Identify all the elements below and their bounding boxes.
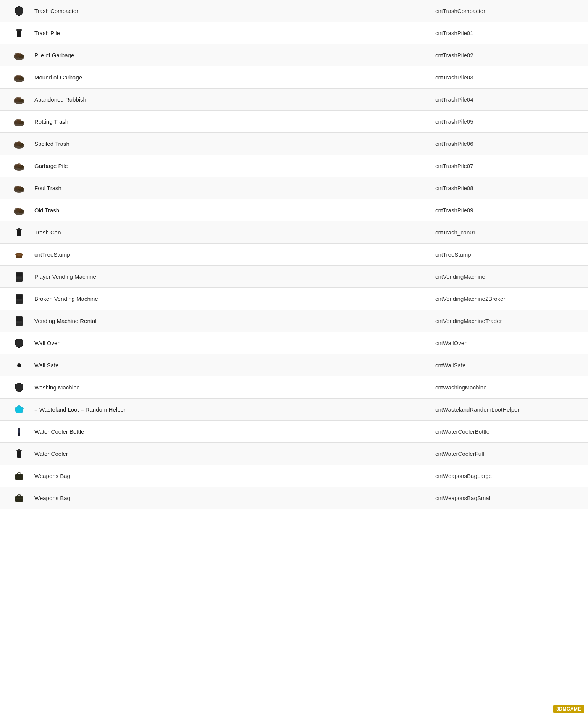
item-icon: [8, 71, 31, 84]
table-row[interactable]: Washing Machine cntWashingMachine: [0, 376, 588, 399]
item-icon: [8, 491, 31, 505]
svg-point-40: [17, 254, 21, 256]
item-icon-img: [12, 137, 26, 151]
item-icon-img: [12, 26, 26, 40]
table-row[interactable]: Trash Pile cntTrashPile01: [0, 22, 588, 44]
svg-rect-50: [16, 317, 22, 321]
item-icon-img: [12, 403, 26, 417]
svg-rect-64: [15, 496, 23, 502]
item-code: cntWallSafe: [435, 362, 580, 368]
item-icon-img: [12, 314, 26, 328]
item-name: Spoiled Trash: [31, 140, 435, 147]
table-row[interactable]: Abandoned Rubbish cntTrashPile04: [0, 89, 588, 111]
item-icon-img: [12, 336, 26, 350]
item-icon-img: [12, 48, 26, 62]
svg-rect-2: [18, 29, 20, 30]
svg-rect-0: [17, 30, 21, 37]
table-row[interactable]: Spoiled Trash cntTrashPile06: [0, 133, 588, 155]
item-code: cntTrashPile08: [435, 185, 580, 191]
table-row[interactable]: Trash Compactor cntTrashCompactor: [0, 0, 588, 22]
item-icon: [8, 159, 31, 173]
table-row[interactable]: Weapons Bag cntWeaponsBagLarge: [0, 465, 588, 487]
svg-point-18: [17, 119, 21, 123]
table-row[interactable]: Player Vending Machine cntVendingMachine: [0, 266, 588, 288]
table-row[interactable]: Garbage Pile cntTrashPile07: [0, 155, 588, 177]
table-row[interactable]: Wall Oven cntWallOven: [0, 332, 588, 354]
item-name: Garbage Pile: [31, 163, 435, 169]
table-row[interactable]: Vending Machine Rental cntVendingMachine…: [0, 310, 588, 332]
table-row[interactable]: Pile of Garbage cntTrashPile02: [0, 44, 588, 66]
item-icon: [8, 203, 31, 217]
item-icon: [8, 248, 31, 262]
item-icon: [8, 4, 31, 18]
item-code: cntWeaponsBagSmall: [435, 495, 580, 501]
item-code: cntWallOven: [435, 340, 580, 346]
item-code: cntTrashCompactor: [435, 8, 580, 14]
item-name: Washing Machine: [31, 384, 435, 391]
item-icon-img: [12, 248, 26, 262]
item-name: Mound of Garbage: [31, 74, 435, 81]
item-code: cntTrashPile03: [435, 74, 580, 81]
table-row[interactable]: Water Cooler cntWaterCoolerFull: [0, 443, 588, 465]
item-name: Rotting Trash: [31, 118, 435, 125]
table-row[interactable]: Rotting Trash cntTrashPile05: [0, 111, 588, 133]
svg-rect-37: [18, 228, 20, 229]
item-icon: [8, 226, 31, 239]
svg-rect-51: [16, 321, 19, 323]
item-name: Broken Vending Machine: [31, 296, 435, 302]
item-icon-img: [12, 115, 26, 129]
svg-rect-62: [15, 474, 23, 480]
item-icon: [8, 425, 31, 439]
table-row[interactable]: Old Trash cntTrashPile09: [0, 199, 588, 221]
item-name: Water Cooler: [31, 451, 435, 457]
item-table: Trash Compactor cntTrashCompactor Trash …: [0, 0, 588, 509]
svg-point-34: [17, 208, 21, 212]
item-icon-img: [12, 381, 26, 394]
item-code: cntWaterCoolerBottle: [435, 428, 580, 435]
item-code: cntVendingMachineTrader: [435, 318, 580, 324]
item-icon: [8, 270, 31, 284]
svg-point-26: [17, 163, 21, 167]
item-icon: [8, 381, 31, 394]
table-row[interactable]: Water Cooler Bottle cntWaterCoolerBottle: [0, 421, 588, 443]
item-icon-img: [12, 181, 26, 195]
item-icon: [8, 469, 31, 483]
item-icon: [8, 26, 31, 40]
svg-rect-61: [18, 449, 20, 451]
svg-rect-44: [19, 277, 22, 279]
item-code: cntTreeStump: [435, 251, 580, 258]
item-name: Trash Can: [31, 229, 435, 236]
item-code: cntWastelandRandomLootHelper: [435, 406, 580, 413]
table-row[interactable]: cntTreeStump cntTreeStump: [0, 244, 588, 266]
svg-rect-59: [17, 451, 21, 458]
svg-rect-58: [18, 430, 20, 433]
item-icon: [8, 336, 31, 350]
item-icon-img: [12, 203, 26, 217]
svg-rect-65: [16, 498, 23, 499]
table-row[interactable]: Weapons Bag cntWeaponsBagSmall: [0, 487, 588, 509]
svg-point-6: [17, 53, 21, 57]
svg-point-30: [17, 186, 21, 189]
item-code: cntWeaponsBagLarge: [435, 473, 580, 479]
item-icon-img: [12, 71, 26, 84]
table-row[interactable]: Trash Can cntTrash_can01: [0, 221, 588, 244]
item-icon-img: [12, 226, 26, 239]
item-name: Pile of Garbage: [31, 52, 435, 58]
table-row[interactable]: = Wasteland Loot = Random Helper cntWast…: [0, 399, 588, 421]
item-code: cntTrashPile07: [435, 163, 580, 169]
item-icon: [8, 115, 31, 129]
table-row[interactable]: Foul Trash cntTrashPile08: [0, 177, 588, 199]
item-name: Water Cooler Bottle: [31, 428, 435, 435]
item-icon-img: [12, 358, 26, 372]
table-row[interactable]: Broken Vending Machine cntVendingMachine…: [0, 288, 588, 310]
item-code: cntTrash_can01: [435, 229, 580, 236]
item-name: Weapons Bag: [31, 473, 435, 479]
table-row[interactable]: Wall Safe cntWallSafe: [0, 354, 588, 376]
item-icon-img: [12, 469, 26, 483]
item-name: Wall Oven: [31, 340, 435, 346]
svg-point-14: [17, 97, 21, 101]
item-code: cntTrashPile09: [435, 207, 580, 213]
table-row[interactable]: Mound of Garbage cntTrashPile03: [0, 66, 588, 89]
item-code: cntWaterCoolerFull: [435, 451, 580, 457]
item-icon: [8, 358, 31, 372]
